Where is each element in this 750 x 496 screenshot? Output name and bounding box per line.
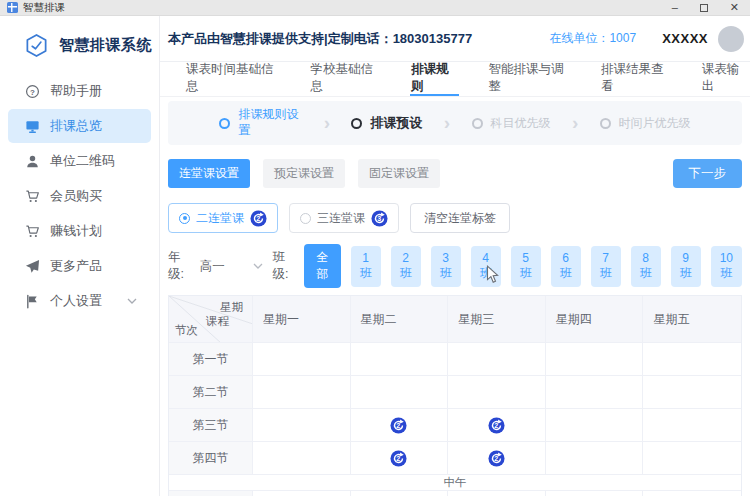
cell-第三节-星期二[interactable]: 2 <box>351 409 449 442</box>
filter-row: 年级: 高一 班级: 全部 1班2班3班4班5班6班7班8班9班10班 <box>168 244 742 288</box>
step-排课规则设置[interactable]: 排课规则设置 <box>219 107 302 138</box>
grade-select[interactable]: 高一 <box>200 258 263 275</box>
class-chip-8班[interactable]: 8班 <box>631 246 661 287</box>
column-header-星期二: 星期二 <box>351 296 449 343</box>
step-时间片优先级[interactable]: 时间片优先级 <box>600 115 691 132</box>
class-chip-3班[interactable]: 3班 <box>431 246 461 287</box>
sidebar-menu: ?帮助手册排课总览单位二维码会员购买赚钱计划更多产品个人设置 <box>0 74 159 319</box>
corner-label-bottom: 节次 <box>175 323 198 338</box>
cell-第二节-星期五[interactable] <box>643 376 741 409</box>
chevron-down-icon <box>253 263 263 269</box>
flag-icon <box>24 293 40 309</box>
minimize-icon[interactable]: – <box>672 2 678 13</box>
tab-智能排课与调整[interactable]: 智能排课与调整 <box>487 62 572 96</box>
tab-学校基础信息[interactable]: 学校基础信息 <box>309 62 382 96</box>
cell-第四节-星期三[interactable]: 2 <box>448 442 546 475</box>
class-chip-5班[interactable]: 5班 <box>511 246 541 287</box>
sidebar-item-个人设置[interactable]: 个人设置 <box>8 284 151 318</box>
cart-icon <box>24 188 40 204</box>
link-option-二连堂课[interactable]: 二连堂课2 <box>168 203 278 233</box>
class-chip-all[interactable]: 全部 <box>304 244 340 288</box>
radio-icon <box>300 213 311 224</box>
cell-第一节-星期五[interactable] <box>643 343 741 376</box>
linked-lesson-icon: 2 <box>488 417 505 434</box>
cell-第一节-星期二[interactable] <box>351 343 449 376</box>
maximize-icon[interactable] <box>700 4 708 12</box>
class-chip-6班[interactable]: 6班 <box>551 246 581 287</box>
svg-text:3: 3 <box>377 215 381 223</box>
cell-第三节-星期四[interactable] <box>546 409 644 442</box>
step-科目优先级[interactable]: 科目优先级 <box>472 115 551 132</box>
cell-第二节-星期二[interactable] <box>351 376 449 409</box>
table-corner-cell: 星期课程节次 <box>169 296 253 343</box>
cell-第五节-星期三[interactable] <box>448 491 546 496</box>
cell-第四节-星期二[interactable]: 2 <box>351 442 449 475</box>
stepper: 排课规则设置›排课预设›科目优先级›时间片优先级 <box>168 101 742 145</box>
step-circle-icon <box>219 118 230 129</box>
cell-第二节-星期四[interactable] <box>546 376 644 409</box>
table-header-row: 星期课程节次星期一星期二星期三星期四星期五 <box>169 296 741 343</box>
username: XXXXX <box>662 31 708 46</box>
class-chip-10班[interactable]: 10班 <box>711 246 742 287</box>
cell-第四节-星期一[interactable] <box>253 442 351 475</box>
sidebar-item-赚钱计划[interactable]: 赚钱计划 <box>8 214 151 248</box>
cell-第四节-星期五[interactable] <box>643 442 741 475</box>
cell-第二节-星期三[interactable] <box>448 376 546 409</box>
period-label-第五节: 第五节 <box>169 491 253 496</box>
avatar[interactable] <box>718 26 744 52</box>
tab-课表输出[interactable]: 课表输出 <box>701 62 750 96</box>
period-label-第一节: 第一节 <box>169 343 253 376</box>
close-icon[interactable]: ✕ <box>730 2 739 13</box>
cell-第三节-星期五[interactable] <box>643 409 741 442</box>
sidebar-item-排课总览[interactable]: 排课总览 <box>8 109 151 143</box>
svg-text:2: 2 <box>494 455 498 463</box>
class-chip-1班[interactable]: 1班 <box>351 246 381 287</box>
class-chip-9班[interactable]: 9班 <box>671 246 701 287</box>
cell-第五节-星期五[interactable] <box>643 491 741 496</box>
sidebar-item-label: 赚钱计划 <box>50 222 102 240</box>
cell-第一节-星期一[interactable] <box>253 343 351 376</box>
cell-第五节-星期一[interactable] <box>253 491 351 496</box>
cell-第一节-星期四[interactable] <box>546 343 644 376</box>
radio-icon <box>179 213 190 224</box>
tab-排课结果查看[interactable]: 排课结果查看 <box>600 62 673 96</box>
toolbar-button-固定课设置[interactable]: 固定课设置 <box>358 159 440 188</box>
tab-bar: 课表时间基础信息学校基础信息排课规则智能排课与调整排课结果查看课表输出 <box>160 62 750 97</box>
class-label: 班级: <box>273 249 295 283</box>
top-header: 本产品由智慧排课提供支持|定制电话：18030135777 在线单位：1007 … <box>160 16 750 62</box>
column-header-星期一: 星期一 <box>253 296 351 343</box>
step-排课预设[interactable]: 排课预设 <box>351 114 422 132</box>
step-circle-icon <box>472 118 483 129</box>
sidebar-item-会员购买[interactable]: 会员购买 <box>8 179 151 213</box>
tab-课表时间基础信息[interactable]: 课表时间基础信息 <box>185 62 281 96</box>
toolbar-button-连堂课设置[interactable]: 连堂课设置 <box>168 159 250 188</box>
chevron-down-icon <box>127 298 137 304</box>
sidebar-item-帮助手册[interactable]: ?帮助手册 <box>8 74 151 108</box>
column-header-星期五: 星期五 <box>643 296 741 343</box>
next-step-button[interactable]: 下一步 <box>673 159 743 188</box>
class-chip-7班[interactable]: 7班 <box>591 246 621 287</box>
toolbar-buttons: 连堂课设置预定课设置固定课设置 <box>168 159 453 188</box>
cell-第三节-星期一[interactable] <box>253 409 351 442</box>
corner-label-middle: 课程 <box>206 314 229 329</box>
clear-link-tags-button[interactable]: 清空连堂标签 <box>410 203 510 233</box>
send-icon <box>24 258 40 274</box>
help-icon: ? <box>24 83 40 99</box>
step-label: 排课预设 <box>370 114 422 132</box>
cell-第四节-星期四[interactable] <box>546 442 644 475</box>
cell-第二节-星期一[interactable] <box>253 376 351 409</box>
step-separator-icon: › <box>324 113 330 134</box>
link-option-三连堂课[interactable]: 三连堂课3 <box>289 203 399 233</box>
cell-第三节-星期三[interactable]: 2 <box>448 409 546 442</box>
sidebar-item-label: 会员购买 <box>50 187 102 205</box>
class-chip-2班[interactable]: 2班 <box>391 246 421 287</box>
cell-第五节-星期四[interactable] <box>546 491 644 496</box>
cell-第一节-星期三[interactable] <box>448 343 546 376</box>
cell-第五节-星期二[interactable] <box>351 491 449 496</box>
step-circle-icon <box>600 118 611 129</box>
sidebar-item-更多产品[interactable]: 更多产品 <box>8 249 151 283</box>
sidebar-item-单位二维码[interactable]: 单位二维码 <box>8 144 151 178</box>
tab-排课规则[interactable]: 排课规则 <box>410 62 459 96</box>
class-chip-4班[interactable]: 4班 <box>471 246 501 287</box>
toolbar-button-预定课设置[interactable]: 预定课设置 <box>263 159 345 188</box>
